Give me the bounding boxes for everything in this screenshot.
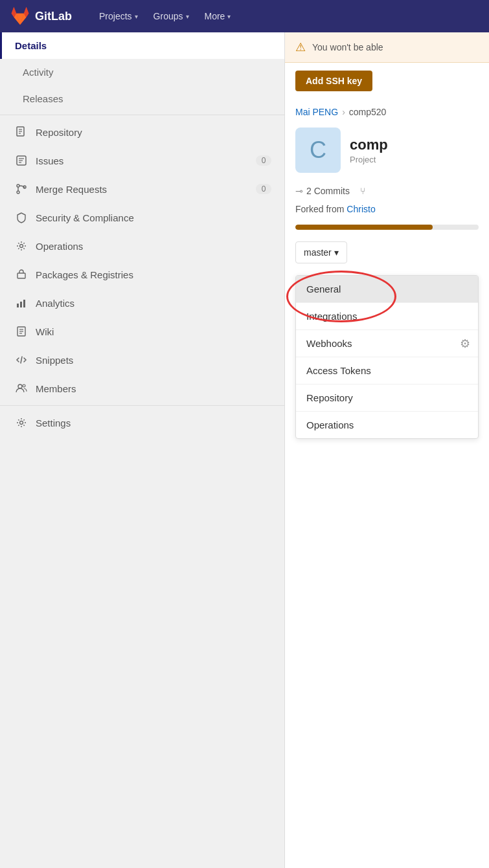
issues-badge: 0 — [256, 155, 271, 166]
sidebar-item-security-compliance[interactable]: Security & Compliance — [0, 203, 284, 232]
svg-point-22 — [23, 384, 25, 387]
sidebar-item-operations[interactable]: Operations — [0, 232, 284, 260]
breadcrumb: Mai PENG › comp520 — [285, 99, 489, 120]
main-content: ⚠ You won't be able Add SSH key Mai PENG… — [285, 32, 489, 868]
commits-count: 2 Commits — [306, 186, 350, 196]
brand-name: GitLab — [35, 10, 72, 23]
gear-icon: ⚙ — [460, 337, 470, 351]
fork-info: Forked from Christo — [285, 201, 489, 219]
project-subtitle: Project — [350, 155, 479, 164]
commits-stat[interactable]: ⊸ 2 Commits — [295, 186, 350, 196]
svg-rect-16 — [23, 300, 25, 307]
settings-dropdown: General Integrations Webhooks ⚙ Access T… — [295, 275, 479, 439]
chevron-down-icon: ▾ — [227, 13, 231, 20]
warning-icon: ⚠ — [295, 40, 306, 54]
wiki-icon — [15, 325, 28, 338]
repository-icon — [15, 126, 28, 139]
add-ssh-area: Add SSH key — [285, 63, 489, 99]
sidebar-item-merge-requests[interactable]: Merge Requests 0 — [0, 175, 284, 203]
svg-rect-14 — [17, 304, 19, 307]
chevron-down-icon: ▾ — [135, 13, 138, 20]
svg-point-21 — [18, 384, 22, 388]
packages-icon — [15, 268, 28, 281]
sidebar-item-issues[interactable]: Issues 0 — [0, 146, 284, 175]
breadcrumb-separator: › — [342, 107, 345, 117]
add-ssh-button[interactable]: Add SSH key — [295, 71, 372, 91]
svg-point-23 — [20, 421, 23, 425]
operations-icon — [15, 239, 28, 252]
issues-icon — [15, 154, 28, 167]
sidebar-item-wiki[interactable]: Wiki — [0, 317, 284, 346]
svg-point-12 — [20, 245, 23, 248]
settings-item-webhooks[interactable]: Webhooks ⚙ — [296, 330, 478, 357]
stats-row: ⊸ 2 Commits ⑂ — [285, 181, 489, 201]
settings-icon — [15, 416, 28, 429]
branches-stat[interactable]: ⑂ — [360, 186, 365, 196]
sidebar-item-details[interactable]: Details — [0, 32, 284, 59]
nav-projects[interactable]: Projects ▾ — [93, 7, 144, 25]
gitlab-fox-icon — [10, 6, 30, 26]
members-icon — [15, 382, 28, 395]
breadcrumb-parent[interactable]: Mai PENG — [295, 107, 338, 117]
top-nav: GitLab Projects ▾ Groups ▾ More ▾ — [0, 0, 489, 32]
branch-selector[interactable]: master ▾ — [295, 241, 347, 263]
sidebar-item-repository[interactable]: Repository — [0, 118, 284, 146]
warning-text: You won't be able — [312, 42, 479, 52]
warning-banner: ⚠ You won't be able — [285, 32, 489, 63]
svg-point-8 — [17, 184, 19, 187]
project-name: comp — [350, 137, 479, 153]
sidebar-item-activity[interactable]: Activity — [0, 59, 284, 85]
settings-item-integrations[interactable]: Integrations — [296, 303, 478, 330]
merge-requests-badge: 0 — [256, 184, 271, 194]
sidebar-divider — [0, 115, 284, 115]
breadcrumb-child: comp520 — [349, 107, 387, 117]
sidebar-item-snippets[interactable]: Snippets — [0, 346, 284, 374]
svg-rect-13 — [17, 273, 25, 278]
sidebar-divider-bottom — [0, 405, 284, 406]
sidebar: Details Activity Releases Repository Iss… — [0, 32, 285, 868]
branch-icon: ⑂ — [360, 186, 365, 196]
main-layout: Details Activity Releases Repository Iss… — [0, 32, 489, 868]
project-header: C comp Project — [285, 120, 489, 181]
commits-icon: ⊸ — [295, 186, 303, 196]
sidebar-item-analytics[interactable]: Analytics — [0, 289, 284, 317]
top-nav-links: Projects ▾ Groups ▾ More ▾ — [93, 7, 237, 25]
svg-rect-15 — [20, 302, 22, 307]
security-icon — [15, 211, 28, 224]
sidebar-item-releases[interactable]: Releases — [0, 85, 284, 112]
settings-item-operations[interactable]: Operations — [296, 412, 478, 438]
progress-bar-fill — [295, 225, 433, 230]
snippets-icon — [15, 353, 28, 366]
chevron-down-icon: ▾ — [186, 13, 189, 20]
settings-item-general[interactable]: General — [296, 276, 478, 303]
settings-item-repository[interactable]: Repository — [296, 384, 478, 412]
sidebar-item-settings[interactable]: Settings — [0, 408, 284, 437]
progress-bar — [295, 225, 479, 230]
nav-groups[interactable]: Groups ▾ — [147, 7, 196, 25]
project-info: comp Project — [350, 137, 479, 164]
fork-link[interactable]: Christo — [347, 204, 375, 214]
sidebar-item-packages-registries[interactable]: Packages & Registries — [0, 260, 284, 289]
merge-requests-icon — [15, 183, 28, 195]
settings-item-access-tokens[interactable]: Access Tokens — [296, 357, 478, 384]
project-avatar: C — [295, 128, 341, 173]
sidebar-item-members[interactable]: Members — [0, 374, 284, 403]
brand-logo[interactable]: GitLab — [10, 6, 72, 26]
nav-more[interactable]: More ▾ — [198, 7, 238, 25]
svg-point-9 — [17, 191, 19, 194]
branch-chevron-icon: ▾ — [334, 247, 339, 258]
analytics-icon — [15, 296, 28, 309]
